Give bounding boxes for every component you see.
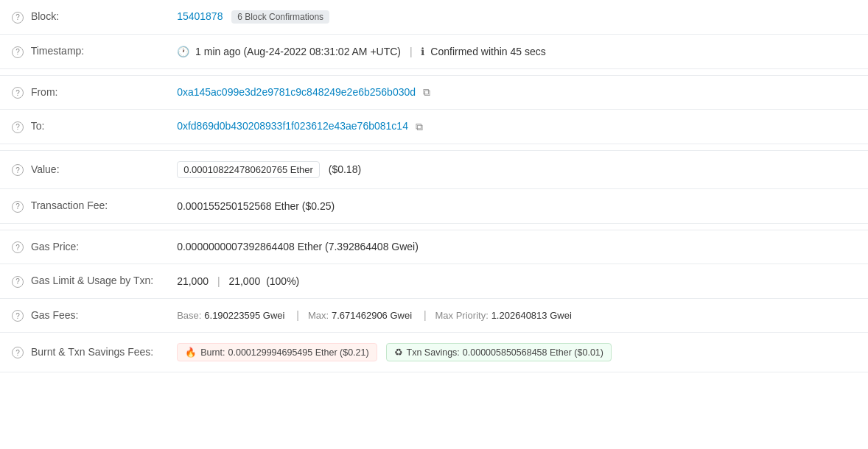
block-label: Block:	[31, 10, 59, 22]
gas-fees-row: ? Gas Fees: Base: 6.190223595 Gwei | Max…	[0, 298, 868, 333]
block-value-cell: 15401878 6 Block Confirmations	[165, 0, 868, 35]
burnt-label: Burnt & Txn Savings Fees:	[31, 346, 153, 358]
pipe-separator: |	[410, 46, 413, 57]
gas-limit-value-cell: 21,000 | 21,000 (100%)	[165, 264, 868, 299]
timestamp-text: 1 min ago (Aug-24-2022 08:31:02 AM +UTC)	[195, 46, 401, 57]
to-address-link[interactable]: 0xfd869d0b430208933f1f023612e43ae76b081c…	[177, 120, 408, 132]
value-row: ? Value: 0.000108224780620765 Ether ($0.…	[0, 151, 868, 189]
block-help-icon[interactable]: ?	[12, 12, 24, 24]
block-number-link[interactable]: 15401878	[177, 10, 223, 22]
gas-fees-pipe2: |	[424, 309, 427, 321]
block-row: ? Block: 15401878 6 Block Confirmations	[0, 0, 868, 35]
ether-value-box: 0.000108224780620765 Ether	[177, 161, 320, 178]
from-label: From:	[31, 86, 58, 98]
gas-price-help-icon[interactable]: ?	[12, 241, 24, 253]
max-priority-label: Max Priority:	[435, 310, 489, 321]
to-row: ? To: 0xfd869d0b430208933f1f023612e43ae7…	[0, 110, 868, 144]
from-label-cell: ? From:	[0, 75, 165, 110]
gas-limit-value: 21,000	[177, 275, 209, 287]
gas-limit-label-cell: ? Gas Limit & Usage by Txn:	[0, 264, 165, 299]
burnt-badge-label: Burnt:	[200, 347, 225, 358]
gas-price-value-cell: 0.0000000007392864408 Ether (7.392864408…	[165, 230, 868, 264]
confirmations-badge: 6 Block Confirmations	[231, 10, 329, 24]
to-label-cell: ? To:	[0, 110, 165, 144]
from-help-icon[interactable]: ?	[12, 87, 24, 99]
timestamp-value-cell: 🕐 1 min ago (Aug-24-2022 08:31:02 AM +UT…	[165, 35, 868, 69]
fire-icon: 🔥	[185, 347, 197, 358]
max-label: Max:	[308, 310, 329, 321]
gas-fees-pipe1: |	[296, 309, 299, 321]
max-priority-value: 1.202640813 Gwei	[491, 310, 572, 321]
txn-savings-badge: ♻ Txn Savings: 0.000005850568458 Ether (…	[386, 343, 612, 361]
txn-fee-value: 0.000155250152568 Ether ($0.25)	[177, 200, 335, 212]
from-row: ? From: 0xa145ac099e3d2e9781c9c848249e2e…	[0, 75, 868, 110]
gas-percent: (100%)	[266, 275, 299, 287]
savings-badge-value: 0.000005850568458 Ether ($0.01)	[463, 347, 603, 358]
gas-fees-help-icon[interactable]: ?	[12, 310, 24, 322]
gas-limit-label: Gas Limit & Usage by Txn:	[31, 275, 153, 286]
clock-icon: 🕐	[177, 46, 189, 57]
info-icon: ℹ	[421, 46, 424, 57]
to-value-cell: 0xfd869d0b430208933f1f023612e43ae76b081c…	[165, 110, 868, 144]
value-label-cell: ? Value:	[0, 151, 165, 189]
savings-badge-label: Txn Savings:	[407, 347, 460, 358]
gas-usage-value: 21,000	[228, 275, 260, 287]
timestamp-label-cell: ? Timestamp:	[0, 35, 165, 69]
burnt-label-cell: ? Burnt & Txn Savings Fees:	[0, 333, 165, 372]
gas-price-label-cell: ? Gas Price:	[0, 230, 165, 264]
base-value: 6.190223595 Gwei	[204, 310, 284, 321]
to-label: To:	[31, 120, 45, 132]
gas-price-value: 0.0000000007392864408 Ether (7.392864408…	[177, 241, 419, 252]
gas-fees-value-cell: Base: 6.190223595 Gwei | Max: 7.67146290…	[165, 298, 868, 333]
gas-pipe: |	[217, 275, 220, 287]
txn-fee-value-cell: 0.000155250152568 Ether ($0.25)	[165, 189, 868, 224]
gas-limit-row: ? Gas Limit & Usage by Txn: 21,000 | 21,…	[0, 264, 868, 299]
burnt-value-cell: 🔥 Burnt: 0.000129994695495 Ether ($0.21)…	[165, 333, 868, 372]
to-copy-icon[interactable]: ⧉	[416, 121, 423, 133]
confirmed-text: Confirmed within 45 secs	[430, 46, 545, 57]
timestamp-label: Timestamp:	[31, 45, 85, 57]
from-copy-icon[interactable]: ⧉	[423, 86, 430, 99]
value-label: Value:	[31, 163, 60, 175]
burnt-row: ? Burnt & Txn Savings Fees: 🔥 Burnt: 0.0…	[0, 333, 868, 372]
to-help-icon[interactable]: ?	[12, 121, 24, 133]
gas-fees-label-cell: ? Gas Fees:	[0, 298, 165, 333]
from-address-link[interactable]: 0xa145ac099e3d2e9781c9c848249e2e6b256b03…	[177, 86, 416, 98]
txn-fee-label-cell: ? Transaction Fee:	[0, 189, 165, 224]
burnt-badge-value: 0.000129994695495 Ether ($0.21)	[228, 347, 369, 358]
gas-limit-help-icon[interactable]: ?	[12, 276, 24, 288]
txn-fee-help-icon[interactable]: ?	[12, 201, 24, 213]
spacer-1	[0, 68, 868, 75]
gas-fees-label: Gas Fees:	[31, 309, 79, 321]
gas-price-row: ? Gas Price: 0.0000000007392864408 Ether…	[0, 230, 868, 264]
base-label: Base:	[177, 310, 201, 321]
usd-value: ($0.18)	[329, 163, 361, 175]
gas-price-label: Gas Price:	[31, 241, 79, 252]
timestamp-row: ? Timestamp: 🕐 1 min ago (Aug-24-2022 08…	[0, 35, 868, 69]
from-value-cell: 0xa145ac099e3d2e9781c9c848249e2e6b256b03…	[165, 75, 868, 110]
spacer-3	[0, 223, 868, 230]
leaf-icon: ♻	[394, 347, 403, 358]
txn-fee-label: Transaction Fee:	[31, 199, 108, 211]
burnt-help-icon[interactable]: ?	[12, 347, 24, 358]
block-label-cell: ? Block:	[0, 0, 165, 35]
timestamp-help-icon[interactable]: ?	[12, 46, 24, 58]
txn-fee-row: ? Transaction Fee: 0.000155250152568 Eth…	[0, 189, 868, 224]
spacer-2	[0, 144, 868, 151]
value-help-icon[interactable]: ?	[12, 164, 24, 176]
burnt-badge: 🔥 Burnt: 0.000129994695495 Ether ($0.21)	[177, 343, 377, 361]
max-value: 7.671462906 Gwei	[332, 310, 412, 321]
value-value-cell: 0.000108224780620765 Ether ($0.18)	[165, 151, 868, 189]
